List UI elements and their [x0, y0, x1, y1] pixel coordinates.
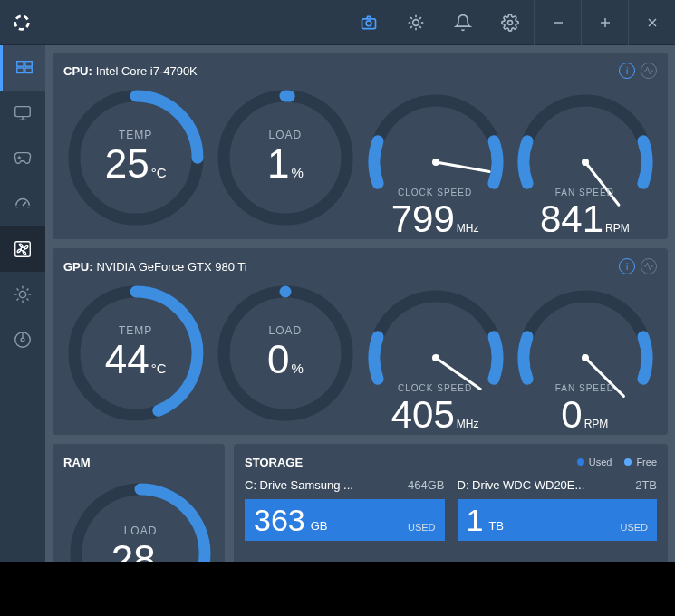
svg-line-25 — [23, 202, 26, 206]
svg-point-55 — [432, 354, 439, 361]
cpu-temp-gauge: TEMP 25°C — [63, 85, 207, 230]
cpu-fan-gauge: FAN SPEED 841RPM — [513, 85, 657, 230]
svg-line-38 — [27, 289, 29, 291]
svg-line-35 — [17, 289, 19, 291]
sidebar-overclock[interactable] — [0, 181, 45, 226]
gpu-load-gauge: LOAD 0% — [213, 281, 357, 426]
legend-free: Free — [636, 457, 657, 467]
svg-line-36 — [27, 299, 29, 301]
svg-rect-20 — [16, 68, 23, 73]
svg-rect-21 — [24, 68, 31, 73]
gpu-clock-gauge: CLOCK SPEED 405MHz — [363, 281, 507, 426]
cpu-name: Intel Core i7-4790K — [96, 64, 198, 78]
minimize-button[interactable] — [534, 0, 581, 45]
cpu-clock-gauge: CLOCK SPEED 799MHz — [363, 85, 507, 230]
ram-title: RAM — [63, 456, 91, 469]
titlebar-actions — [345, 0, 675, 44]
cpu-label: CPU: — [63, 64, 92, 78]
activity-icon[interactable] — [641, 63, 657, 79]
svg-line-8 — [410, 17, 412, 19]
drive-1: D: Drive WDC WD20E...2TB 1 TB USED — [458, 478, 658, 541]
svg-rect-18 — [16, 62, 23, 67]
gpu-label: GPU: — [63, 260, 93, 274]
svg-line-46 — [436, 162, 489, 171]
screenshot-button[interactable] — [345, 0, 392, 45]
svg-point-30 — [19, 291, 25, 297]
app-logo — [11, 12, 33, 34]
maximize-button[interactable] — [581, 0, 628, 45]
storage-panel: STORAGE Used Free C: Drive Samsung ...46… — [234, 444, 668, 562]
content-area: CPU: Intel Core i7-4790K i TEMP 25°C — [45, 45, 675, 562]
drive-used-bar: 1 TB USED — [458, 499, 658, 541]
svg-rect-22 — [15, 107, 31, 117]
ram-gauge: LOAD 28% 4.64GB — [63, 476, 217, 562]
svg-point-47 — [432, 159, 439, 166]
info-icon[interactable]: i — [619, 258, 635, 274]
settings-button[interactable] — [487, 0, 534, 45]
info-icon[interactable]: i — [619, 63, 635, 79]
svg-point-57 — [582, 354, 589, 361]
sidebar-dashboard[interactable] — [0, 45, 45, 91]
gpu-panel: GPU: NVIDIA GeForce GTX 980 Ti i TEMP 44… — [53, 248, 668, 435]
svg-line-11 — [419, 17, 421, 19]
sidebar-fan[interactable] — [0, 226, 45, 272]
cpu-panel: CPU: Intel Core i7-4790K i TEMP 25°C — [53, 53, 668, 239]
svg-point-2 — [366, 21, 371, 26]
svg-point-29 — [21, 247, 24, 251]
storage-title: STORAGE — [245, 456, 303, 469]
gpu-temp-gauge: TEMP 44°C — [63, 281, 207, 426]
activity-icon[interactable] — [641, 258, 657, 274]
sidebar-light[interactable] — [0, 272, 45, 317]
theme-button[interactable] — [392, 0, 439, 45]
legend-used: Used — [589, 457, 612, 467]
svg-line-9 — [419, 26, 421, 28]
sidebar-storage[interactable] — [0, 317, 45, 362]
notifications-button[interactable] — [439, 0, 487, 45]
svg-point-0 — [15, 15, 29, 29]
svg-point-12 — [508, 21, 513, 25]
drive-name: D: Drive WDC WD20E... — [458, 478, 585, 492]
svg-rect-19 — [24, 62, 31, 67]
svg-point-40 — [21, 338, 24, 342]
drive-size: 464GB — [408, 478, 444, 492]
sidebar-monitor[interactable] — [0, 91, 45, 136]
svg-point-3 — [413, 20, 419, 26]
storage-legend: Used Free — [577, 457, 657, 467]
svg-point-49 — [582, 159, 589, 166]
titlebar — [0, 0, 675, 45]
close-button[interactable] — [628, 0, 675, 45]
drive-used-bar: 363 GB USED — [245, 499, 445, 541]
sidebar — [0, 45, 45, 562]
gpu-fan-gauge: FAN SPEED 0RPM — [513, 281, 657, 426]
ram-panel: RAM LOAD 28% 4.64GB — [53, 444, 225, 562]
svg-line-10 — [410, 26, 412, 28]
drive-0: C: Drive Samsung ...464GB 363 GB USED — [245, 478, 445, 541]
drive-name: C: Drive Samsung ... — [245, 478, 353, 492]
cpu-load-gauge: LOAD 1% — [213, 85, 357, 230]
svg-line-37 — [17, 299, 19, 301]
svg-rect-28 — [15, 242, 31, 257]
gpu-name: NVIDIA GeForce GTX 980 Ti — [97, 260, 247, 274]
sidebar-gaming[interactable] — [0, 136, 45, 181]
drive-size: 2TB — [635, 478, 657, 492]
